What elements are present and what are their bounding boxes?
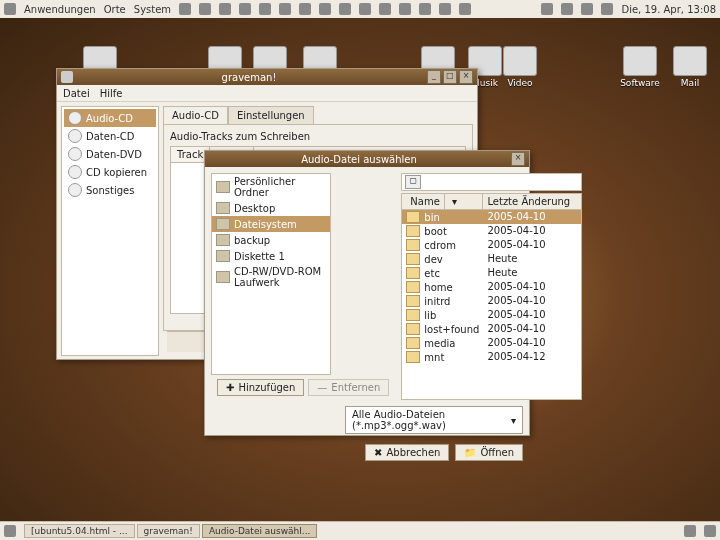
clock[interactable]: Die, 19. Apr, 13:08 bbox=[621, 4, 716, 15]
taskbar-button[interactable]: [ubuntu5.04.html - ... bbox=[24, 524, 135, 538]
file-name: home bbox=[424, 282, 452, 293]
desktop-icon-software[interactable]: Software bbox=[616, 46, 664, 88]
maximize-button[interactable]: □ bbox=[443, 70, 457, 84]
path-bar[interactable]: ▢ bbox=[401, 173, 582, 191]
file-row[interactable]: media2005-04-10 bbox=[402, 336, 581, 350]
file-row[interactable]: bin2005-04-10 bbox=[402, 210, 581, 224]
open-button[interactable]: 📁 Öffnen bbox=[455, 444, 523, 461]
sidebar-item[interactable]: Sonstiges bbox=[64, 181, 156, 199]
path-root-button[interactable]: ▢ bbox=[405, 175, 421, 189]
folder-icon bbox=[406, 225, 420, 237]
launcher-icon[interactable] bbox=[439, 3, 451, 15]
file-row[interactable]: boot2005-04-10 bbox=[402, 224, 581, 238]
launcher-icon[interactable] bbox=[259, 3, 271, 15]
file-date: 2005-04-10 bbox=[483, 295, 581, 307]
place-item[interactable]: Desktop bbox=[212, 200, 330, 216]
file-row[interactable]: cdrom2005-04-10 bbox=[402, 238, 581, 252]
graveman-sidebar: Audio-CDDaten-CDDaten-DVDCD kopierenSons… bbox=[61, 106, 159, 356]
place-item[interactable]: backup bbox=[212, 232, 330, 248]
cancel-button[interactable]: ✖ Abbrechen bbox=[365, 444, 449, 461]
sidebar-item[interactable]: CD kopieren bbox=[64, 163, 156, 181]
launcher-icon[interactable] bbox=[239, 3, 251, 15]
folder-icon bbox=[623, 46, 657, 76]
launcher-icon[interactable] bbox=[379, 3, 391, 15]
drive-icon bbox=[216, 218, 230, 230]
file-date: 2005-04-10 bbox=[483, 239, 581, 251]
taskbar-button[interactable]: graveman! bbox=[137, 524, 200, 538]
close-button[interactable]: × bbox=[511, 152, 525, 166]
workspace-switcher[interactable] bbox=[684, 525, 696, 537]
menu-places[interactable]: Orte bbox=[104, 4, 126, 15]
chevron-down-icon: ▾ bbox=[511, 415, 516, 426]
tab[interactable]: Einstellungen bbox=[228, 106, 314, 124]
sidebar-item[interactable]: Daten-CD bbox=[64, 127, 156, 145]
col-name[interactable]: Name ▾ bbox=[402, 194, 483, 209]
file-name: initrd bbox=[424, 296, 450, 307]
place-label: Diskette 1 bbox=[234, 251, 285, 262]
file-row[interactable]: mnt2005-04-12 bbox=[402, 350, 581, 364]
menu-applications[interactable]: Anwendungen bbox=[24, 4, 96, 15]
menu-help[interactable]: Hilfe bbox=[100, 88, 123, 99]
sidebar-label: Sonstiges bbox=[86, 185, 134, 196]
tray-icon[interactable] bbox=[561, 3, 573, 15]
launcher-icon[interactable] bbox=[459, 3, 471, 15]
file-row[interactable]: etcHeute bbox=[402, 266, 581, 280]
graveman-titlebar[interactable]: graveman! _ □ × bbox=[57, 69, 477, 85]
sidebar-item[interactable]: Daten-DVD bbox=[64, 145, 156, 163]
place-item[interactable]: Persönlicher Ordner bbox=[212, 174, 330, 200]
tray-icon[interactable] bbox=[541, 3, 553, 15]
close-button[interactable]: × bbox=[459, 70, 473, 84]
folder-icon bbox=[503, 46, 537, 76]
main-menu-icon[interactable] bbox=[4, 3, 16, 15]
file-row[interactable]: initrd2005-04-10 bbox=[402, 294, 581, 308]
sidebar-item[interactable]: Audio-CD bbox=[64, 109, 156, 127]
folder-icon bbox=[406, 309, 420, 321]
file-name: media bbox=[424, 338, 455, 349]
launcher-icon[interactable] bbox=[279, 3, 291, 15]
disc-icon bbox=[68, 183, 82, 197]
launcher-icon[interactable] bbox=[199, 3, 211, 15]
menu-file[interactable]: Datei bbox=[63, 88, 90, 99]
filter-combo[interactable]: Alle Audio-Dateien (*.mp3*.ogg*.wav) ▾ bbox=[345, 406, 523, 434]
places-sidebar: Persönlicher OrdnerDesktopDateisystembac… bbox=[211, 173, 331, 375]
app-icon bbox=[61, 71, 73, 83]
col-modified[interactable]: Letzte Änderung bbox=[483, 194, 581, 209]
place-item[interactable]: Dateisystem bbox=[212, 216, 330, 232]
file-row[interactable]: devHeute bbox=[402, 252, 581, 266]
add-bookmark-button[interactable]: ✚ Hinzufügen bbox=[217, 379, 304, 396]
show-desktop-icon[interactable] bbox=[4, 525, 16, 537]
place-item[interactable]: CD-RW/DVD-ROM Laufwerk bbox=[212, 264, 330, 290]
desktop-icon-mail[interactable]: Mail bbox=[666, 46, 714, 88]
drive-icon bbox=[216, 202, 230, 214]
desktop-icon-video[interactable]: Video bbox=[496, 46, 544, 88]
minimize-button[interactable]: _ bbox=[427, 70, 441, 84]
file-list[interactable]: Name ▾ Letzte Änderung bin2005-04-10boot… bbox=[401, 193, 582, 400]
tray-icon[interactable] bbox=[601, 3, 613, 15]
launcher-icon[interactable] bbox=[399, 3, 411, 15]
taskbar-button[interactable]: Audio-Datei auswähl... bbox=[202, 524, 317, 538]
launcher-icon[interactable] bbox=[419, 3, 431, 15]
disc-icon bbox=[68, 111, 82, 125]
tab[interactable]: Audio-CD bbox=[163, 106, 228, 124]
launcher-icon[interactable] bbox=[179, 3, 191, 15]
trash-icon[interactable] bbox=[704, 525, 716, 537]
place-item[interactable]: Diskette 1 bbox=[212, 248, 330, 264]
filter-label: Alle Audio-Dateien (*.mp3*.ogg*.wav) bbox=[352, 409, 511, 431]
tab-strip: Audio-CDEinstellungen bbox=[163, 106, 473, 124]
launcher-icon[interactable] bbox=[359, 3, 371, 15]
filedlg-titlebar[interactable]: Audio-Datei auswählen × bbox=[205, 151, 529, 167]
place-label: Persönlicher Ordner bbox=[234, 176, 326, 198]
launcher-icon[interactable] bbox=[299, 3, 311, 15]
file-row[interactable]: home2005-04-10 bbox=[402, 280, 581, 294]
place-label: backup bbox=[234, 235, 270, 246]
file-row[interactable]: lost+found2005-04-10 bbox=[402, 322, 581, 336]
folder-icon bbox=[673, 46, 707, 76]
menu-system[interactable]: System bbox=[134, 4, 171, 15]
launcher-icon[interactable] bbox=[319, 3, 331, 15]
drive-icon bbox=[216, 250, 230, 262]
tray-volume-icon[interactable] bbox=[581, 3, 593, 15]
file-row[interactable]: lib2005-04-10 bbox=[402, 308, 581, 322]
launcher-icon[interactable] bbox=[339, 3, 351, 15]
file-name: dev bbox=[424, 254, 442, 265]
launcher-icon[interactable] bbox=[219, 3, 231, 15]
